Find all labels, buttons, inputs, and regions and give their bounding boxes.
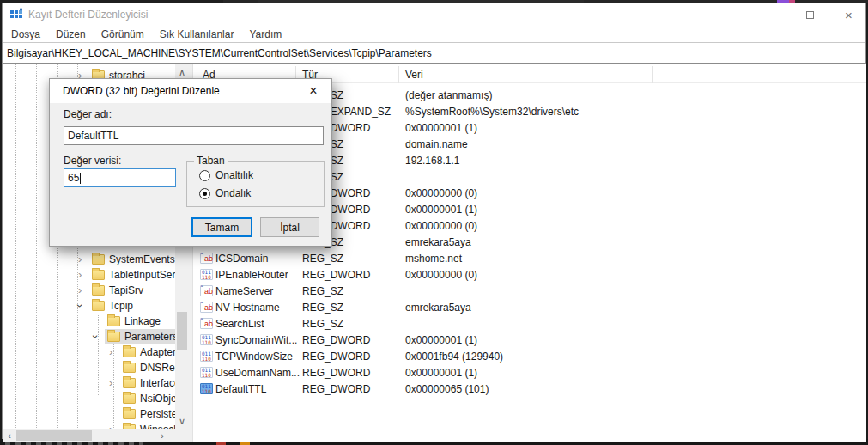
value-data: 0x00000001 (1) xyxy=(405,204,477,216)
value-row-ipenablerouter[interactable]: IPEnableRouterREG_DWORD0x00000000 (0) xyxy=(193,266,866,283)
cancel-button-label: İptal xyxy=(280,222,300,234)
expand-icon[interactable]: › xyxy=(109,345,112,359)
value-data: 0x0001fb94 (129940) xyxy=(405,351,503,363)
tree-item-nsiobje[interactable]: NsiObje xyxy=(3,391,175,406)
value-name: SyncDomainWit... xyxy=(215,334,297,346)
tree-item-label[interactable]: DNSReg xyxy=(140,362,175,374)
folder-icon xyxy=(123,363,136,373)
column-header-veri[interactable]: Veri xyxy=(405,69,423,81)
tree-item-label[interactable]: NsiObje xyxy=(140,393,175,405)
screen: Kayıt Defteri Düzenleyicisi × Dosya Düze… xyxy=(0,0,868,445)
value-data-field[interactable]: 65 xyxy=(64,168,176,187)
tree-item-tabletinputser[interactable]: ›TabletInputSer xyxy=(3,267,175,283)
expand-icon[interactable]: › xyxy=(109,423,112,429)
folder-icon xyxy=(123,347,136,357)
string-value-icon xyxy=(200,302,213,313)
tree-item-label[interactable]: Adapter xyxy=(140,346,175,358)
tree-item-interface[interactable]: ›Interface xyxy=(3,375,175,391)
value-row-usedomainnam-[interactable]: UseDomainNam...REG_DWORD0x00000001 (1) xyxy=(193,364,866,381)
address-bar[interactable]: Bilgisayar\HKEY_LOCAL_MACHINE\SYSTEM\Cur… xyxy=(3,42,865,64)
value-name-field[interactable]: DefaultTTL xyxy=(64,126,324,145)
tree-item-winsock[interactable]: ›Winsock xyxy=(3,422,175,429)
scrollbar-corner xyxy=(175,429,189,442)
radio-decimal[interactable]: Ondalık xyxy=(199,187,251,199)
value-row-nv-hostname[interactable]: NV HostnameREG_SZemrekara5aya xyxy=(193,299,866,315)
tree-item-label[interactable]: Interface xyxy=(140,377,175,389)
ok-button[interactable]: Tamam xyxy=(191,217,252,237)
collapse-icon[interactable]: › xyxy=(88,335,102,338)
edit-dword-dialog: DWORD (32 bit) Değerini Düzenle × Değer … xyxy=(49,78,332,247)
tree-item-label[interactable]: Persister xyxy=(140,408,175,420)
value-type: REG_SZ xyxy=(302,253,343,265)
value-row-icsdomain[interactable]: ICSDomainREG_SZmshome.net xyxy=(193,250,866,266)
column-separator[interactable] xyxy=(652,66,653,83)
expand-icon[interactable]: › xyxy=(78,283,82,297)
cancel-button[interactable]: İptal xyxy=(260,217,319,237)
scroll-down-icon[interactable]: ∨ xyxy=(175,415,189,429)
dialog-title: DWORD (32 bit) Değerini Düzenle xyxy=(63,85,220,97)
value-row-searchlist[interactable]: SearchListREG_SZ xyxy=(193,315,866,332)
value-name-text: DefaultTTL xyxy=(64,130,118,142)
value-name: IPEnableRouter xyxy=(215,269,288,281)
dword-value-icon xyxy=(200,383,213,394)
value-data: 0x00000001 (1) xyxy=(405,122,477,134)
tree-item-label[interactable]: SystemEventsB xyxy=(109,253,175,265)
value-row-tcpwindowsize[interactable]: TCPWindowSizeREG_DWORD0x0001fb94 (129940… xyxy=(193,348,866,364)
minimize-button[interactable] xyxy=(752,3,791,26)
tree-item-dnsreg[interactable]: DNSReg xyxy=(3,360,175,375)
menu-item-sik-kullanilanlar[interactable]: Sık Kullanılanlar xyxy=(152,28,242,40)
folder-icon xyxy=(92,270,105,280)
radio-checked-icon xyxy=(199,188,210,199)
string-value-icon xyxy=(200,285,213,296)
column-separator[interactable] xyxy=(398,66,399,83)
tree-item-linkage[interactable]: Linkage xyxy=(3,314,175,329)
menu-item-yardim[interactable]: Yardım xyxy=(241,28,289,40)
value-row-syncdomainwit-[interactable]: SyncDomainWit...REG_DWORD0x00000001 (1) xyxy=(193,332,866,348)
collapse-icon[interactable]: › xyxy=(73,304,87,308)
horizontal-scroll-thumb[interactable] xyxy=(16,430,92,441)
radio-hexadecimal[interactable]: Onaltılık xyxy=(199,169,253,181)
scroll-right-icon[interactable]: › xyxy=(155,430,169,443)
tree-item-tcpip[interactable]: ›Tcpip xyxy=(3,298,175,314)
tree-item-label[interactable]: TabletInputSer xyxy=(109,269,175,281)
value-name: TCPWindowSize xyxy=(215,351,293,363)
value-data: %SystemRoot%\System32\drivers\etc xyxy=(405,106,579,118)
vertical-scroll-thumb[interactable] xyxy=(177,312,187,350)
value-data: emrekara5aya xyxy=(405,302,471,314)
window-title: Kayıt Defteri Düzenleyicisi xyxy=(28,9,148,21)
tree-item-label[interactable]: Linkage xyxy=(124,315,161,327)
tree-item-label[interactable]: Parameters xyxy=(124,331,175,343)
title-bar: Kayıt Defteri Düzenleyicisi × xyxy=(3,3,865,26)
value-data-label: Değer verisi: xyxy=(64,155,121,167)
folder-icon xyxy=(107,316,120,326)
tree-item-systemeventsb[interactable]: ›SystemEventsB xyxy=(3,252,175,267)
folder-icon xyxy=(123,393,136,404)
close-button[interactable]: × xyxy=(829,3,868,26)
dword-value-icon xyxy=(200,334,213,345)
expand-icon[interactable]: › xyxy=(78,268,82,282)
expand-icon[interactable]: › xyxy=(78,253,82,266)
tree-item-persister[interactable]: Persister xyxy=(3,406,175,422)
tree-item-parameters[interactable]: ›Parameters xyxy=(3,329,175,344)
tree-item-adapter[interactable]: ›Adapter xyxy=(3,344,175,360)
menu-item-duzen[interactable]: Düzen xyxy=(48,28,94,40)
string-value-icon xyxy=(200,318,213,329)
tree-item-label[interactable]: TapiSrv xyxy=(109,284,143,296)
maximize-button[interactable] xyxy=(791,3,829,26)
value-row-defaultttl[interactable]: DefaultTTLREG_DWORD0x00000065 (101) xyxy=(193,381,866,397)
dword-value-icon xyxy=(200,367,213,378)
tree-item-tapisrv[interactable]: ›TapiSrv xyxy=(3,283,175,298)
tree-item-label[interactable]: Tcpip xyxy=(109,300,133,312)
value-row-nameserver[interactable]: NameServerREG_SZ xyxy=(193,283,866,299)
dialog-close-button[interactable]: × xyxy=(300,79,326,103)
menu-item-gorunum[interactable]: Görünüm xyxy=(94,28,152,40)
value-data: 0x00000000 (0) xyxy=(405,269,477,281)
expand-icon[interactable]: › xyxy=(109,376,112,390)
maximize-icon xyxy=(806,11,814,19)
value-type: REG_DWORD xyxy=(302,383,370,395)
tree-horizontal-scrollbar[interactable]: ‹ › xyxy=(3,429,175,442)
menu-item-dosya[interactable]: Dosya xyxy=(3,28,48,40)
scroll-left-icon[interactable]: ‹ xyxy=(3,430,16,443)
value-data: 0x00000001 (1) xyxy=(405,367,477,379)
base-group-label: Taban xyxy=(194,155,228,167)
